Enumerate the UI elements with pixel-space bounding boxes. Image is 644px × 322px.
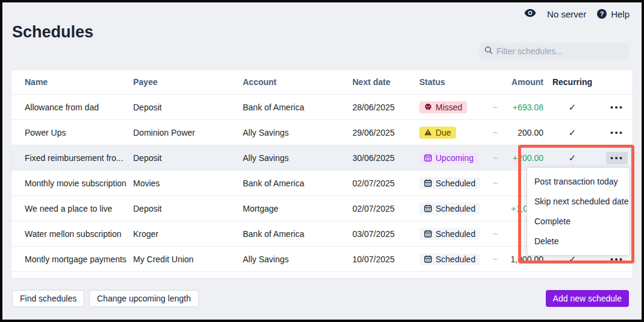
menu-item-skip-next-scheduled-date[interactable]: Skip next scheduled date: [527, 194, 630, 209]
schedule-next-date: 02/07/2025: [352, 204, 419, 213]
server-status-label: No server: [547, 9, 586, 19]
schedule-status: Scheduled: [419, 203, 487, 215]
recurring-check-icon: ✓: [543, 102, 601, 113]
schedule-status: Scheduled: [419, 177, 487, 189]
header-amount: Amount: [504, 77, 543, 87]
schedule-next-date: 10/07/2025: [352, 254, 419, 264]
menu-item-complete[interactable]: Complete: [527, 214, 630, 229]
recurring-check-icon: ✓: [543, 127, 601, 138]
eye-icon: [524, 8, 536, 19]
row-menu-button[interactable]: ●●●: [606, 127, 628, 139]
schedule-name: Fixed reimbursement fro...: [25, 153, 133, 163]
schedule-payee: Deposit: [133, 204, 243, 213]
calendar-icon: [424, 255, 432, 263]
schedule-status: Scheduled: [419, 228, 487, 240]
calendar-icon: [424, 154, 432, 162]
table-row[interactable]: Power UpsDominion PowerAlly Savings29/06…: [11, 120, 633, 145]
help-label: Help: [611, 9, 630, 19]
schedule-amount: +693.08: [504, 103, 543, 112]
row-menu-button[interactable]: ●●●: [606, 101, 628, 113]
help-button[interactable]: ? Help: [597, 9, 630, 19]
menu-item-delete[interactable]: Delete: [527, 234, 630, 248]
recurring-check-icon: ✓: [543, 153, 601, 163]
row-menu-cell: ●●●: [601, 127, 633, 139]
warning-icon: [424, 128, 432, 136]
row-menu-cell: ●●●: [601, 101, 633, 113]
help-icon: ?: [597, 9, 607, 19]
approx-tilde: ~: [487, 128, 504, 137]
calendar-icon: [424, 179, 432, 187]
search-icon: [484, 46, 493, 57]
find-schedules-button[interactable]: Find schedules: [12, 290, 84, 307]
schedule-next-date: 30/06/2025: [352, 153, 419, 163]
schedule-account: Mortgage: [243, 204, 352, 213]
schedule-name: Water mellon subscription: [25, 229, 133, 239]
schedule-next-date: 03/07/2025: [352, 229, 419, 239]
schedule-payee: Deposit: [133, 103, 243, 112]
calendar-icon: [424, 204, 432, 212]
schedule-payee: Dominion Power: [133, 128, 243, 137]
approx-tilde: ~: [487, 178, 504, 188]
schedule-name: Allowance from dad: [25, 103, 133, 112]
row-menu-cell: ●●●: [601, 152, 633, 164]
schedule-context-menu: Post transaction today Skip next schedul…: [527, 167, 630, 256]
approx-tilde: ~: [487, 254, 504, 264]
approx-tilde: ~: [487, 229, 504, 239]
topbar: No server ? Help: [524, 8, 630, 19]
schedule-payee: My Credit Union: [133, 254, 243, 264]
approx-tilde: ~: [487, 103, 504, 112]
status-badge: Due: [419, 127, 456, 139]
header-name: Name: [25, 77, 133, 87]
schedule-account: Bank of America: [243, 178, 352, 188]
schedule-status: Due: [419, 127, 487, 139]
header-status: Status: [419, 77, 487, 87]
page-title: Schedules: [12, 23, 93, 42]
schedule-status: Upcoming: [419, 152, 487, 164]
skull-icon: [424, 103, 432, 111]
schedule-account: Ally Savings: [243, 128, 352, 137]
status-badge: Scheduled: [419, 203, 480, 215]
menu-item-post-transaction-today[interactable]: Post transaction today: [527, 174, 630, 189]
schedule-account: Ally Savings: [243, 254, 352, 264]
status-badge: Scheduled: [419, 177, 480, 189]
schedule-next-date: 29/06/2025: [352, 128, 419, 137]
status-badge: Scheduled: [419, 228, 480, 240]
schedule-name: Power Ups: [25, 128, 133, 137]
filter-schedules-search[interactable]: [479, 43, 630, 60]
calendar-icon: [424, 230, 432, 238]
schedule-amount: 200.00: [504, 128, 543, 137]
header-account: Account: [243, 77, 352, 87]
schedule-amount: +200.00: [504, 153, 543, 163]
schedule-next-date: 02/07/2025: [352, 178, 419, 188]
schedule-next-date: 28/06/2025: [352, 103, 419, 112]
table-row-partial: [11, 272, 633, 279]
schedule-status: Scheduled: [419, 253, 487, 265]
schedule-payee: Deposit: [133, 153, 243, 163]
search-input[interactable]: [496, 46, 624, 56]
table-row[interactable]: Allowance from dadDepositBank of America…: [11, 95, 633, 120]
schedule-account: Ally Savings: [243, 153, 352, 163]
status-badge: Scheduled: [419, 253, 480, 265]
header-recurring: Recurring: [543, 77, 601, 87]
header-payee: Payee: [133, 77, 243, 87]
table-header-row: Name Payee Account Next date Status Amou…: [11, 70, 633, 95]
server-status[interactable]: No server: [547, 9, 586, 19]
status-badge: Upcoming: [419, 152, 478, 164]
schedules-page: No server ? Help Schedules Name Payee Ac…: [0, 0, 644, 322]
schedule-payee: Kroger: [133, 229, 243, 239]
approx-tilde: ~: [487, 153, 504, 163]
row-menu-button[interactable]: ●●●: [606, 152, 628, 164]
schedule-account: Bank of America: [243, 229, 352, 239]
status-badge: Missed: [419, 101, 467, 113]
header-next-date: Next date: [352, 77, 419, 87]
change-upcoming-length-button[interactable]: Change upcoming length: [89, 290, 199, 307]
add-new-schedule-button[interactable]: Add new schedule: [546, 290, 629, 307]
schedule-name: We need a place to live: [25, 204, 133, 213]
schedule-payee: Movies: [133, 178, 243, 188]
schedule-account: Bank of America: [243, 103, 352, 112]
schedule-status: Missed: [419, 101, 487, 113]
schedule-name: Montly mortgage payments: [25, 254, 133, 264]
privacy-toggle[interactable]: [524, 8, 536, 19]
schedule-name: Monthly movie subscription: [25, 178, 133, 188]
